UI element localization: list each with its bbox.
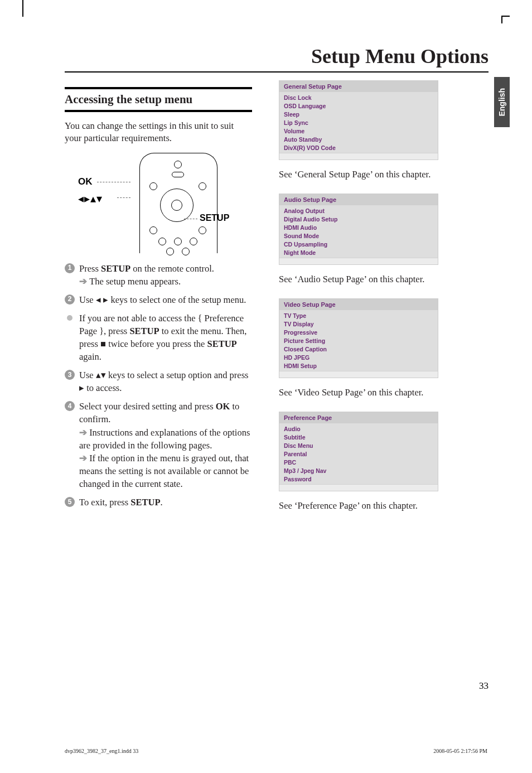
- menu-item: PBC: [279, 458, 438, 466]
- step-number-icon: 2: [65, 294, 75, 305]
- step-5: 5 To exit, press SETUP.: [65, 496, 252, 509]
- menu-item: Progressive: [279, 328, 438, 336]
- menu-item: Password: [279, 475, 438, 483]
- disc-menu-icon: [149, 182, 157, 190]
- step-tip: If you are not able to access the { Pref…: [65, 312, 252, 363]
- text: Select your desired setting and press: [79, 401, 216, 412]
- text-bold: SETUP: [207, 339, 236, 349]
- menu-item: Disc Lock: [279, 93, 438, 102]
- panel-header: Audio Setup Page: [279, 194, 438, 205]
- menu-item: Sleep: [279, 110, 438, 118]
- step-1: 1 Press SETUP on the remote control. The…: [65, 262, 252, 288]
- left-column: Accessing the setup menu You can change …: [65, 80, 252, 525]
- crop-mark: [502, 16, 510, 17]
- panel-header: Video Setup Page: [279, 299, 438, 310]
- audio-setup-panel: Audio Setup Page Analog Output Digital A…: [279, 194, 438, 265]
- eject-icon: [172, 172, 184, 177]
- result-text: Instructions and explanations of the opt…: [79, 426, 252, 452]
- menu-item: Subtitle: [279, 433, 438, 441]
- language-tab-text: English: [497, 88, 506, 117]
- step-list: 1 Press SETUP on the remote control. The…: [65, 262, 252, 509]
- menu-item: Night Mode: [279, 248, 438, 257]
- text: on the remote control.: [130, 263, 214, 274]
- crop-mark: [501, 16, 502, 23]
- panel-footer: [279, 258, 438, 264]
- panel-caption: See ‘Video Setup Page’ on this chapter.: [279, 387, 472, 398]
- text: Press: [79, 263, 101, 274]
- text: Use: [79, 294, 96, 305]
- menu-item: Digital Audio Setup: [279, 215, 438, 223]
- bullet-icon: [67, 315, 72, 321]
- forward-icon: [190, 238, 197, 245]
- power-icon: [174, 161, 182, 168]
- menu-item: Picture Setting: [279, 336, 438, 345]
- video-setup-panel: Video Setup Page TV Type TV Display Prog…: [279, 298, 438, 378]
- text: to access.: [84, 383, 122, 393]
- menu-item: Sound Mode: [279, 231, 438, 240]
- setup-icon: [199, 226, 206, 234]
- menu-item: CD Upsampling: [279, 240, 438, 248]
- step-number-icon: 5: [65, 497, 75, 507]
- menu-item: Audio: [279, 424, 438, 433]
- menu-item: Parental: [279, 450, 438, 458]
- panel-footer: [279, 153, 438, 160]
- menu-item: Disc Menu: [279, 441, 438, 450]
- footer-filename: dvp3962_3982_37_eng1.indd 33: [65, 748, 138, 754]
- page: Setup Menu Options English Accessing the…: [65, 45, 489, 703]
- general-setup-panel: General Setup Page Disc Lock OSD Languag…: [279, 80, 438, 160]
- remote-label-setup: SETUP: [200, 213, 229, 223]
- text: keys to select one of the setup menu.: [108, 294, 246, 305]
- menu-item: DivX(R) VOD Code: [279, 143, 438, 152]
- result-text: If the option in the menu is grayed out,…: [79, 452, 252, 490]
- arrow-ud-symbol: ▴▾: [96, 370, 106, 380]
- panel-caption: See ‘Preference Page’ on this chapter.: [279, 500, 472, 511]
- result-text: The setup menu appears.: [79, 275, 252, 288]
- panel-footer: [279, 371, 438, 378]
- menu-item: OSD Language: [279, 102, 438, 110]
- panel-footer: [279, 484, 438, 491]
- arrow-lr-symbol: ◂ ▸: [96, 294, 109, 305]
- step-number-icon: 3: [65, 370, 75, 380]
- page-title: Setup Menu Options: [65, 45, 489, 73]
- menu-item: Volume: [279, 127, 438, 135]
- menu-item: Mp3 / Jpeg Nav: [279, 466, 438, 475]
- panel-header: Preference Page: [279, 412, 438, 423]
- menu-item: Lip Sync: [279, 118, 438, 127]
- section-heading: Accessing the setup menu: [65, 89, 252, 112]
- menu-item: Closed Caption: [279, 345, 438, 353]
- remote-label-ok: OK: [78, 176, 93, 187]
- step-4: 4 Select your desired setting and press …: [65, 400, 252, 490]
- text-bold: SETUP: [129, 326, 159, 336]
- rewind-icon: [158, 238, 166, 245]
- crop-mark: [22, 0, 23, 17]
- step-3: 3 Use ▴▾ keys to select a setup option a…: [65, 369, 252, 394]
- text: To exit, press: [79, 497, 130, 508]
- text: .: [161, 497, 163, 508]
- text: Use: [79, 370, 96, 380]
- menu-item: TV Type: [279, 311, 438, 320]
- preference-panel: Preference Page Audio Subtitle Disc Menu…: [279, 412, 438, 491]
- remote-label-arrows: ◂▸▴▾: [78, 192, 103, 205]
- text-bold: SETUP: [130, 497, 160, 508]
- footer-timestamp: 2008-05-05 2:17:56 PM: [433, 748, 487, 754]
- language-tab: English: [494, 77, 510, 127]
- step-2: 2 Use ◂ ▸ keys to select one of the setu…: [65, 293, 252, 306]
- right-column: General Setup Page Disc Lock OSD Languag…: [279, 80, 472, 525]
- menu-item: Analog Output: [279, 206, 438, 215]
- menu-item: HDMI Setup: [279, 361, 438, 370]
- prev-icon: [166, 248, 174, 255]
- text-bold: OK: [216, 401, 230, 412]
- arrow-right-symbol: ▸: [79, 383, 84, 393]
- remote-figure: OK ◂▸▴▾ SETUP: [78, 153, 223, 253]
- stop-symbol: ■: [100, 339, 106, 349]
- panel-caption: See ‘Audio Setup Page’ on this chapter.: [279, 274, 472, 285]
- play-icon: [174, 238, 182, 245]
- text: keys to select a setup option and press: [106, 370, 249, 380]
- menu-item: TV Display: [279, 320, 438, 328]
- panel-caption: See ‘General Setup Page’ on this chapter…: [279, 169, 472, 180]
- menu-item: HDMI Audio: [279, 223, 438, 231]
- text: twice before you press the: [106, 339, 207, 349]
- panel-header: General Setup Page: [279, 81, 438, 92]
- text: again.: [79, 351, 101, 362]
- page-number: 33: [479, 680, 489, 692]
